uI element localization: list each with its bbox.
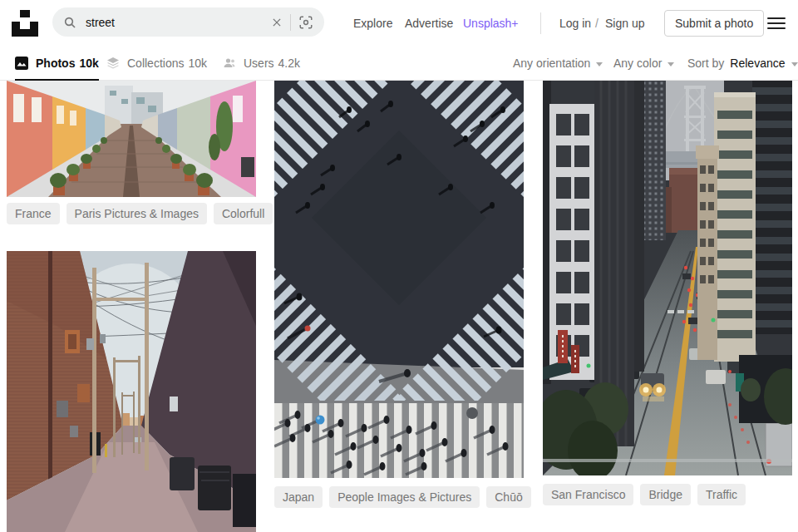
tag-button[interactable]: Bridge — [640, 484, 690, 505]
hamburger-icon — [767, 17, 786, 19]
users-icon — [223, 57, 236, 70]
nav-login[interactable]: Log in — [559, 17, 591, 30]
tag-button[interactable]: Chūō — [486, 486, 530, 508]
search-icon — [63, 16, 76, 29]
photo-card-paris-street[interactable] — [7, 81, 256, 197]
nav-divider — [540, 12, 541, 34]
orientation-filter[interactable]: Any orientation — [513, 47, 603, 80]
tab-users[interactable]: Users4.2k — [223, 47, 300, 80]
visual-search-icon — [298, 15, 313, 30]
photo-image — [7, 251, 256, 532]
search-bar[interactable] — [52, 7, 324, 37]
clear-search-button[interactable] — [271, 17, 283, 28]
photo-image — [274, 81, 524, 478]
tab-collections[interactable]: Collections10k — [106, 47, 207, 80]
nav-explore[interactable]: Explore — [353, 17, 392, 30]
login-signup-separator: / — [595, 17, 598, 30]
filter-bar: Photos10k Collections10k Us — [0, 47, 798, 81]
menu-button[interactable] — [767, 17, 786, 29]
photo-icon — [15, 57, 28, 70]
tag-button[interactable]: Colorfull — [214, 203, 273, 224]
collections-icon — [106, 57, 120, 70]
tab-label: Photos — [36, 57, 75, 70]
visual-search-button[interactable] — [298, 15, 313, 30]
unsplash-logo[interactable] — [12, 10, 38, 37]
photo-image — [543, 81, 792, 475]
chevron-down-icon — [596, 62, 603, 66]
tab-count: 4.2k — [278, 57, 300, 70]
nav-advertise[interactable]: Advertise — [405, 17, 453, 30]
tab-photos[interactable]: Photos10k — [15, 47, 99, 80]
chevron-down-icon — [791, 62, 798, 66]
nav-signup[interactable]: Sign up — [605, 17, 644, 30]
tag-button[interactable]: San Francisco — [543, 484, 633, 505]
top-nav: Explore Advertise Unsplash+ Log in / Sig… — [0, 0, 798, 47]
search-input[interactable] — [84, 15, 264, 30]
tag-button[interactable]: Paris Pictures & Images — [66, 203, 207, 224]
submit-photo-button[interactable]: Submit a photo — [664, 10, 764, 37]
photo-card-san-francisco[interactable] — [543, 81, 792, 475]
sort-filter[interactable]: Sort by Relevance — [687, 47, 798, 80]
tab-label: Users — [244, 57, 274, 70]
chevron-down-icon — [667, 62, 674, 66]
tag-button[interactable]: People Images & Pictures — [329, 486, 480, 508]
photo-image — [7, 81, 256, 197]
tag-button[interactable]: Japan — [274, 486, 323, 508]
photo-card-crosswalk[interactable] — [274, 81, 524, 478]
tab-count: 10k — [79, 57, 98, 70]
close-icon — [271, 17, 283, 28]
tab-count: 10k — [188, 57, 207, 70]
nav-unsplash-plus[interactable]: Unsplash+ — [463, 17, 519, 30]
tag-button[interactable]: France — [7, 203, 60, 224]
tag-button[interactable]: Traffic — [697, 484, 746, 505]
color-filter[interactable]: Any color — [613, 47, 674, 80]
tab-label: Collections — [127, 57, 184, 70]
unsplash-logo-icon — [12, 10, 38, 37]
search-divider — [290, 14, 291, 31]
tag-row: San Francisco Bridge Traffic — [543, 484, 746, 505]
photo-card-alley[interactable] — [7, 251, 256, 532]
tag-row: Japan People Images & Pictures Chūō — [274, 486, 531, 508]
tag-row: France Paris Pictures & Images Colorfull — [7, 203, 273, 224]
unsplash-search-page: Explore Advertise Unsplash+ Log in / Sig… — [0, 0, 798, 532]
